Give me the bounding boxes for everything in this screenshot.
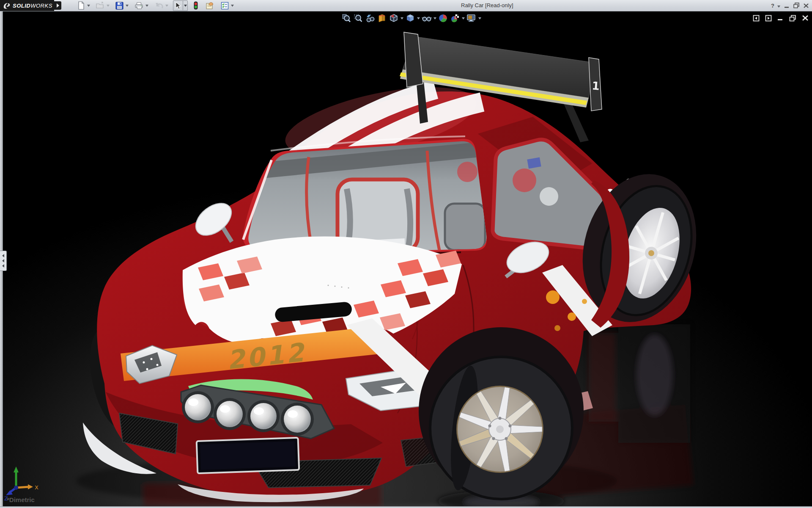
view-orientation-label: *Dimetric [7, 496, 35, 503]
print-dropdown[interactable] [145, 1, 149, 10]
save-dropdown[interactable] [125, 1, 129, 10]
appearance-ball-icon [439, 14, 448, 23]
view-orientation-button[interactable] [388, 13, 399, 23]
print-button[interactable] [133, 1, 145, 10]
graphics-viewport[interactable]: 2012 [0, 11, 812, 506]
view-settings-dropdown[interactable] [478, 13, 482, 23]
solidworks-window: SOLIDWORKS [0, 0, 812, 508]
y-axis-arrow [14, 467, 19, 472]
eyeglasses-icon [422, 14, 432, 23]
traffic-light-icon [193, 1, 198, 10]
main-toolbar [72, 0, 234, 11]
hide-show-items-dropdown[interactable] [433, 13, 437, 23]
new-document-button[interactable] [76, 1, 86, 10]
wing-endplate-right: 1 [589, 58, 602, 111]
options-checklist-icon [221, 2, 229, 10]
status-bar-edge [0, 506, 812, 508]
edit-appearance-button[interactable] [438, 13, 449, 23]
undo-dropdown[interactable] [165, 1, 169, 10]
help-button[interactable]: ? [771, 3, 774, 9]
printer-icon [134, 2, 143, 10]
zoom-to-area-icon [354, 14, 363, 23]
zoom-to-fit-icon [342, 14, 351, 23]
app-name: SOLIDWORKS [13, 3, 52, 9]
undo-button[interactable] [153, 1, 165, 10]
x-axis-label: X [35, 484, 38, 491]
save-floppy-icon [115, 2, 123, 10]
open-dropdown[interactable] [106, 1, 110, 10]
next-pane-button[interactable] [765, 14, 772, 22]
zoom-to-fit-button[interactable] [341, 13, 352, 23]
minimize-button[interactable] [783, 2, 790, 9]
options-button[interactable] [219, 1, 230, 10]
section-view-icon [377, 14, 387, 23]
close-button[interactable] [803, 2, 809, 9]
x-axis-arrow [28, 484, 33, 489]
view-orientation-dropdown[interactable] [400, 13, 404, 23]
select-cursor-icon [175, 2, 181, 10]
new-document-icon [77, 1, 85, 10]
collapse-left-icon [2, 254, 4, 257]
titlebar-right-controls: ? [771, 0, 809, 11]
doc-close-button[interactable] [801, 14, 809, 22]
apply-scene-dropdown[interactable] [461, 13, 465, 23]
previous-view-button[interactable] [365, 13, 376, 23]
save-button[interactable] [114, 1, 125, 10]
file-properties-button[interactable] [204, 1, 215, 10]
select-tool-button[interactable] [173, 1, 183, 10]
select-tool-group [173, 0, 188, 11]
document-window-controls [752, 14, 809, 22]
doc-minimize-button[interactable] [777, 14, 784, 22]
solidworks-logo: SOLIDWORKS [0, 0, 54, 11]
display-style-button[interactable] [405, 13, 416, 23]
menu-expander-button[interactable] [54, 1, 61, 10]
section-view-button[interactable] [376, 13, 387, 23]
solidworks-logo-icon [3, 2, 11, 9]
hide-show-items-button[interactable] [421, 13, 432, 23]
display-style-cube-icon [406, 14, 415, 23]
apply-scene-icon [450, 14, 460, 23]
feature-manager-expand-tab[interactable] [0, 251, 7, 271]
rebuild-button[interactable] [192, 1, 200, 10]
options-dropdown[interactable] [230, 1, 234, 10]
view-orientation-cube-icon [389, 14, 398, 23]
open-button[interactable] [95, 1, 106, 10]
doc-restore-button[interactable] [789, 14, 796, 22]
zoom-to-area-button[interactable] [353, 13, 364, 23]
heads-up-view-toolbar [341, 13, 482, 24]
display-style-dropdown[interactable] [417, 13, 420, 23]
undo-arrow-icon [154, 2, 163, 9]
collapse-left-icon [2, 259, 4, 262]
previous-view-icon [365, 14, 375, 23]
window-title: Rally Car [Read-only] [461, 2, 513, 8]
restore-button[interactable] [793, 2, 800, 9]
previous-pane-button[interactable] [752, 14, 760, 22]
view-settings-monitor-icon [466, 14, 477, 23]
view-settings-button[interactable] [466, 13, 477, 23]
select-tool-dropdown[interactable] [183, 1, 187, 10]
help-dropdown[interactable] [777, 2, 780, 9]
model-rally-car[interactable]: 2012 [0, 11, 812, 508]
apply-scene-button[interactable] [450, 13, 461, 23]
open-folder-icon [96, 2, 104, 9]
license-plate [197, 438, 299, 473]
new-document-dropdown[interactable] [86, 1, 91, 10]
expand-right-icon [57, 3, 59, 8]
title-bar: SOLIDWORKS [0, 0, 812, 11]
wing-number-decal: 1 [592, 79, 600, 92]
collapse-left-icon [2, 264, 4, 268]
file-properties-icon [205, 2, 214, 10]
